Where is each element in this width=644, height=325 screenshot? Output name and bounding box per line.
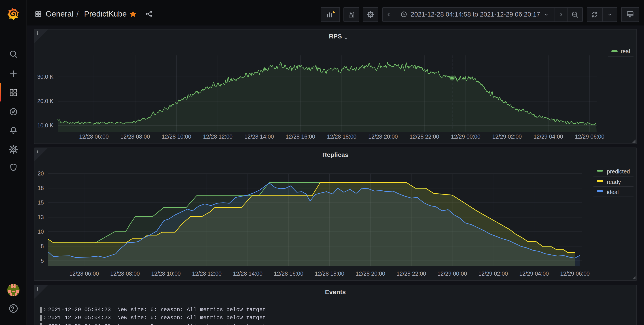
svg-text:12/28 14:00: 12/28 14:00 [233, 271, 262, 277]
svg-text:12/29 06:00: 12/29 06:00 [575, 133, 604, 140]
svg-text:5: 5 [41, 258, 44, 264]
svg-text:12/28 14:00: 12/28 14:00 [244, 133, 274, 140]
svg-text:12/28 20:00: 12/28 20:00 [368, 133, 398, 140]
svg-text:13: 13 [38, 214, 44, 220]
svg-text:8: 8 [41, 243, 44, 249]
svg-text:12/29 06:00: 12/29 06:00 [560, 271, 590, 277]
svg-text:12/28 12:00: 12/28 12:00 [192, 271, 222, 277]
svg-text:10.0 K: 10.0 K [37, 122, 54, 128]
svg-text:12/28 16:00: 12/28 16:00 [286, 133, 315, 140]
svg-text:12/28 10:00: 12/28 10:00 [162, 133, 191, 140]
svg-text:12/29 02:00: 12/29 02:00 [478, 271, 508, 277]
svg-text:12/28 18:00: 12/28 18:00 [315, 271, 344, 277]
svg-text:12/28 16:00: 12/28 16:00 [274, 271, 304, 277]
svg-text:ideal: ideal [607, 189, 619, 195]
svg-text:12/29 04:00: 12/29 04:00 [519, 271, 549, 277]
svg-text:12/29 00:00: 12/29 00:00 [438, 271, 467, 277]
svg-text:ready: ready [607, 179, 621, 185]
svg-text:12/29 02:00: 12/29 02:00 [492, 133, 522, 140]
svg-text:12/28 08:00: 12/28 08:00 [110, 271, 140, 277]
svg-text:20: 20 [38, 170, 44, 177]
svg-text:10: 10 [38, 228, 44, 235]
svg-text:12/28 22:00: 12/28 22:00 [410, 133, 439, 140]
svg-text:18: 18 [38, 185, 44, 191]
svg-text:predicted: predicted [607, 168, 630, 175]
svg-text:12/28 06:00: 12/28 06:00 [69, 271, 99, 277]
svg-text:12/29 00:00: 12/29 00:00 [451, 133, 480, 140]
svg-text:12/28 12:00: 12/28 12:00 [203, 133, 232, 140]
svg-text:12/28 18:00: 12/28 18:00 [327, 133, 356, 140]
svg-text:12/29 04:00: 12/29 04:00 [534, 133, 563, 140]
svg-text:12/28 10:00: 12/28 10:00 [151, 271, 181, 277]
svg-text:12/28 06:00: 12/28 06:00 [79, 133, 109, 140]
svg-text:12/28 08:00: 12/28 08:00 [120, 133, 150, 140]
svg-text:30.0 K: 30.0 K [37, 73, 54, 80]
svg-text:12/28 22:00: 12/28 22:00 [396, 271, 426, 277]
svg-text:15: 15 [38, 199, 44, 206]
svg-text:20.0 K: 20.0 K [37, 98, 54, 104]
svg-text:12/28 20:00: 12/28 20:00 [356, 271, 385, 277]
svg-text:real: real [621, 48, 630, 54]
